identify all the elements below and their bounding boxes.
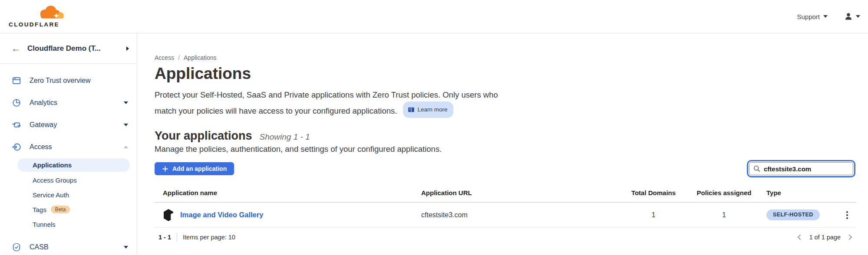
breadcrumb: Access / Applications bbox=[155, 54, 856, 61]
table-header-row: Application name Application URL Total D… bbox=[155, 189, 856, 203]
support-menu[interactable]: Support bbox=[797, 13, 828, 20]
showing-count: Showing 1 - 1 bbox=[260, 132, 310, 142]
application-link[interactable]: Image and Video Gallery bbox=[180, 211, 263, 219]
sidebar-item-tunnels[interactable]: Tunnels bbox=[0, 217, 137, 232]
next-page-icon[interactable] bbox=[847, 234, 853, 241]
chevron-down-icon[interactable] bbox=[124, 101, 128, 104]
pagination: 1 - 1 Items per page: 10 1 of 1 page bbox=[155, 233, 856, 242]
pagination-right: 1 of 1 page bbox=[796, 234, 853, 241]
cloudflare-wordmark: CLOUDFLARE bbox=[9, 21, 66, 28]
items-per-page[interactable]: Items per page: 10 bbox=[183, 234, 235, 241]
chevron-down-icon[interactable] bbox=[124, 124, 128, 126]
application-name-cell: Image and Video Gallery bbox=[155, 209, 421, 222]
page-description-line2: match your policies will have access to … bbox=[155, 106, 397, 115]
analytics-pie-icon bbox=[12, 98, 21, 108]
sidebar-item-gateway[interactable]: Gateway bbox=[0, 114, 137, 136]
column-header-application-url: Application URL bbox=[421, 189, 621, 196]
sidebar-item-casb[interactable]: CASB bbox=[0, 236, 137, 255]
support-label: Support bbox=[797, 13, 820, 20]
sidebar-item-label: Access Groups bbox=[33, 177, 77, 184]
chevron-right-icon[interactable] bbox=[126, 46, 129, 51]
sidebar-item-access[interactable]: Access bbox=[0, 136, 137, 158]
row-actions-cell bbox=[838, 209, 856, 221]
sidebar-item-analytics[interactable]: Analytics bbox=[0, 92, 137, 114]
search-icon bbox=[753, 165, 760, 172]
sidebar-item-label: CASB bbox=[30, 243, 49, 251]
sidebar-item-label: Tags bbox=[33, 206, 46, 213]
type-cell: SELF-HOSTED bbox=[762, 209, 838, 220]
learn-more-label: Learn more bbox=[418, 103, 448, 116]
page-description: Protect your Self-Hosted, SaaS and Priva… bbox=[155, 88, 856, 118]
back-arrow-icon[interactable]: ← bbox=[11, 44, 20, 53]
access-subnav: Applications Access Groups Service Auth … bbox=[0, 158, 137, 232]
table-row: Image and Video Gallery cftestsite3.com … bbox=[155, 203, 856, 228]
breadcrumb-access[interactable]: Access bbox=[155, 54, 174, 61]
book-icon bbox=[408, 107, 415, 113]
learn-more-chip[interactable]: Learn more bbox=[403, 101, 453, 118]
application-url-cell: cftestsite3.com bbox=[421, 211, 621, 219]
sidebar-item-applications[interactable]: Applications bbox=[17, 158, 130, 172]
column-header-total-domains: Total Domains bbox=[621, 189, 686, 196]
gateway-icon bbox=[12, 120, 21, 130]
sidebar-account-header: ← Cloudflare Demo (T... bbox=[0, 33, 137, 64]
account-name[interactable]: Cloudflare Demo (T... bbox=[27, 44, 119, 53]
access-login-icon bbox=[12, 142, 21, 152]
add-application-button[interactable]: Add an application bbox=[155, 162, 234, 175]
sidebar-item-tags[interactable]: Tags Beta bbox=[0, 202, 137, 217]
section-title: Your applications bbox=[155, 129, 252, 143]
pagination-divider bbox=[177, 233, 177, 242]
sidebar-item-label: Tunnels bbox=[33, 221, 56, 228]
overview-window-icon bbox=[12, 76, 21, 85]
table-controls: Add an application bbox=[155, 162, 856, 175]
policies-assigned-cell: 1 bbox=[686, 211, 762, 219]
user-menu[interactable] bbox=[844, 12, 860, 21]
page-description-line1: Protect your Self-Hosted, SaaS and Priva… bbox=[155, 90, 498, 99]
chevron-up-icon[interactable] bbox=[124, 146, 128, 148]
type-badge: SELF-HOSTED bbox=[766, 209, 820, 220]
cloudflare-cloud-icon bbox=[36, 5, 65, 21]
beta-badge: Beta bbox=[51, 206, 70, 213]
main-content: Access / Applications Applications Prote… bbox=[137, 33, 868, 255]
add-application-label: Add an application bbox=[172, 165, 227, 172]
section-header: Your applications Showing 1 - 1 bbox=[155, 129, 856, 143]
total-domains-cell: 1 bbox=[621, 211, 686, 219]
sidebar-item-service-auth[interactable]: Service Auth bbox=[0, 187, 137, 202]
sidebar-item-label: Access bbox=[30, 143, 52, 151]
sidebar-item-access-groups[interactable]: Access Groups bbox=[0, 173, 137, 187]
casb-check-icon bbox=[12, 242, 21, 252]
sidebar-item-label: Zero Trust overview bbox=[30, 77, 90, 85]
sidebar-item-label: Gateway bbox=[30, 121, 57, 129]
sidebar-item-zero-trust-overview[interactable]: Zero Trust overview bbox=[0, 69, 137, 92]
chevron-down-icon bbox=[856, 15, 860, 18]
previous-page-icon[interactable] bbox=[796, 234, 802, 241]
chevron-down-icon bbox=[823, 15, 828, 18]
application-cube-icon bbox=[163, 209, 174, 222]
sidebar-item-label: Service Auth bbox=[33, 191, 69, 199]
page-indicator: 1 of 1 page bbox=[809, 234, 841, 241]
breadcrumb-separator: / bbox=[178, 54, 180, 61]
topbar-right: Support bbox=[797, 12, 862, 21]
sidebar-item-label: Analytics bbox=[30, 99, 57, 107]
breadcrumb-applications[interactable]: Applications bbox=[184, 54, 217, 61]
column-header-policies-assigned: Policies assigned bbox=[686, 189, 762, 196]
sidebar-nav: Zero Trust overview Analytics bbox=[0, 64, 137, 255]
user-icon bbox=[844, 12, 853, 21]
sidebar-item-label: Applications bbox=[33, 161, 72, 169]
pagination-left: 1 - 1 Items per page: 10 bbox=[155, 233, 235, 242]
pagination-range: 1 - 1 bbox=[158, 234, 171, 241]
page-layout: ← Cloudflare Demo (T... Zero Trust overv… bbox=[0, 33, 868, 255]
section-subheading: Manage the policies, authentication, and… bbox=[155, 144, 856, 154]
kebab-menu-icon[interactable] bbox=[838, 209, 856, 221]
search-input[interactable] bbox=[749, 162, 853, 175]
plus-icon bbox=[162, 166, 168, 172]
column-header-application-name: Application name bbox=[155, 189, 421, 196]
page-title: Applications bbox=[155, 65, 856, 83]
applications-table: Application name Application URL Total D… bbox=[155, 189, 856, 228]
column-header-type: Type bbox=[762, 189, 838, 196]
cloudflare-logo: CLOUDFLARE bbox=[9, 5, 66, 28]
sidebar: ← Cloudflare Demo (T... Zero Trust overv… bbox=[0, 33, 137, 255]
search-box bbox=[749, 162, 853, 175]
chevron-down-icon[interactable] bbox=[124, 246, 128, 248]
topbar: CLOUDFLARE Support bbox=[0, 0, 868, 33]
